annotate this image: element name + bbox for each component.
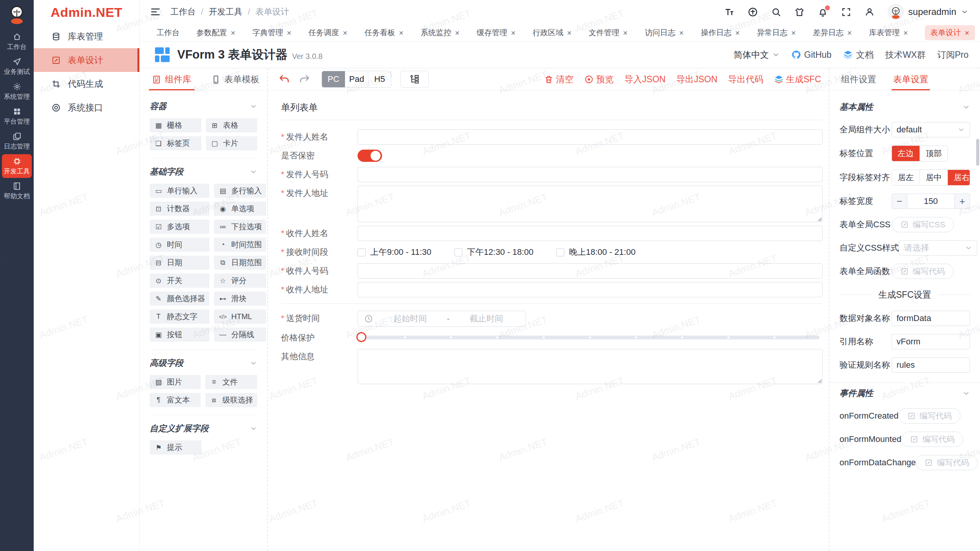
widget-item-html[interactable]: HTML bbox=[214, 310, 266, 324]
field-receive-period[interactable]: 接收时间段 上午9:00 - 11:30 下午12:30 - 18:00 晚上1… bbox=[281, 245, 823, 260]
tab-workbench[interactable]: 工作台 bbox=[157, 28, 180, 38]
tab-cache-manage[interactable]: 缓存管理 bbox=[477, 28, 516, 38]
close-icon[interactable] bbox=[847, 28, 852, 37]
price-slider[interactable] bbox=[358, 336, 820, 339]
field-confidential[interactable]: 是否保密 bbox=[281, 148, 823, 163]
close-icon[interactable] bbox=[286, 28, 291, 37]
chevron-down-icon[interactable] bbox=[250, 103, 257, 110]
field-receiver-name[interactable]: 收件人姓名 bbox=[281, 226, 823, 241]
user-icon[interactable] bbox=[864, 7, 875, 17]
widget-item-date[interactable]: 日期 bbox=[150, 256, 209, 270]
tab-task-board[interactable]: 任务看板 bbox=[364, 28, 403, 38]
rail-item-workbench[interactable]: 工作台 bbox=[2, 30, 32, 54]
generate-sfc-button[interactable]: 生成SFC bbox=[774, 73, 821, 85]
widget-item-date-range[interactable]: 日期范围 bbox=[214, 256, 266, 270]
data-object-input[interactable] bbox=[892, 311, 970, 326]
align-center-button[interactable]: 居中 bbox=[920, 170, 947, 185]
close-icon[interactable] bbox=[567, 28, 572, 37]
widget-item-card[interactable]: 卡片 bbox=[206, 136, 258, 150]
docs-link[interactable]: 文档 bbox=[843, 49, 874, 61]
field-sender-name[interactable]: 发件人姓名 bbox=[281, 129, 823, 145]
undo-icon[interactable] bbox=[279, 73, 290, 85]
collapse-menu-icon[interactable] bbox=[150, 6, 161, 18]
checkbox-morning[interactable]: 上午9:00 - 11:30 bbox=[358, 246, 431, 258]
widget-item-time[interactable]: 时间 bbox=[150, 238, 209, 252]
close-icon[interactable] bbox=[230, 28, 235, 37]
export-json-button[interactable]: 导出JSON bbox=[676, 73, 717, 85]
tab-task-schedule[interactable]: 任务调度 bbox=[309, 28, 348, 38]
custom-css-select[interactable]: 请选择 bbox=[899, 240, 977, 256]
fullscreen-icon[interactable] bbox=[841, 7, 851, 17]
subscribe-pro-link[interactable]: 订阅Pro bbox=[937, 49, 969, 61]
redo-icon[interactable] bbox=[299, 73, 310, 85]
increase-button[interactable]: + bbox=[954, 194, 970, 209]
write-code-button[interactable]: 编写代码 bbox=[892, 264, 954, 279]
device-pc-button[interactable]: PC bbox=[322, 71, 345, 87]
widget-item-select[interactable]: 下拉选项 bbox=[214, 220, 266, 234]
tab-param-config[interactable]: 参数配置 bbox=[196, 28, 235, 38]
rules-name-input[interactable] bbox=[892, 357, 970, 373]
widget-item-grid[interactable]: 栅格 bbox=[150, 118, 201, 132]
widget-item-radio[interactable]: 单选项 bbox=[214, 202, 266, 216]
preview-button[interactable]: 预览 bbox=[584, 73, 614, 85]
time-range-picker[interactable]: 起始时间 - 截止时间 bbox=[358, 311, 526, 327]
checkbox-afternoon[interactable]: 下午12:30 - 18:00 bbox=[454, 246, 534, 258]
decrease-button[interactable]: − bbox=[892, 194, 907, 209]
field-other-info[interactable]: 其他信息 bbox=[281, 349, 823, 384]
rail-item-log-manage[interactable]: 日志管理 bbox=[2, 129, 32, 153]
close-icon[interactable] bbox=[735, 28, 740, 37]
write-code-button[interactable]: 编写代码 bbox=[901, 432, 963, 447]
tab-form-settings[interactable]: 表单设置 bbox=[893, 68, 928, 90]
search-icon[interactable] bbox=[771, 7, 781, 17]
rail-item-business-test[interactable]: 业务测试 bbox=[2, 55, 32, 78]
scrollbar-thumb[interactable] bbox=[976, 139, 979, 166]
form-canvas[interactable]: 单列表单 发件人姓名 是否保密 发件人号码 bbox=[268, 91, 829, 551]
language-select[interactable]: 简体中文 bbox=[734, 49, 780, 61]
tab-form-templates[interactable]: 表单模板 bbox=[204, 68, 268, 90]
sidebar-item-form-design[interactable]: 表单设计 bbox=[34, 48, 139, 72]
widget-item-slider[interactable]: 滑块 bbox=[214, 292, 266, 306]
slider-handle[interactable] bbox=[356, 332, 366, 342]
tab-op-log[interactable]: 操作日志 bbox=[701, 28, 740, 38]
field-sender-address[interactable]: 发件人地址 bbox=[281, 186, 823, 222]
close-icon[interactable] bbox=[343, 28, 348, 37]
device-h5-button[interactable]: H5 bbox=[368, 71, 391, 87]
tab-file-manage[interactable]: 文件管理 bbox=[589, 28, 628, 38]
tab-widget-settings[interactable]: 组件设置 bbox=[841, 68, 876, 90]
widget-item-static-text[interactable]: 静态文字 bbox=[150, 310, 209, 324]
tab-visit-log[interactable]: 访问日志 bbox=[645, 28, 684, 38]
widget-item-number[interactable]: 计数器 bbox=[150, 202, 209, 216]
wx-group-link[interactable]: 技术WX群 bbox=[885, 49, 926, 61]
text-input[interactable] bbox=[358, 263, 823, 279]
close-icon[interactable] bbox=[679, 28, 684, 37]
tab-exception-log[interactable]: 异常日志 bbox=[757, 28, 796, 38]
widget-item-input[interactable]: 单行输入 bbox=[150, 184, 209, 198]
rail-item-dev-tools[interactable]: 开发工具 bbox=[2, 154, 32, 178]
close-icon[interactable] bbox=[455, 28, 460, 37]
tab-dict-manage[interactable]: 字典管理 bbox=[252, 28, 291, 38]
ref-name-input[interactable] bbox=[892, 334, 970, 349]
chevron-down-icon[interactable] bbox=[962, 103, 970, 111]
language-icon[interactable] bbox=[748, 7, 758, 17]
widget-item-textarea[interactable]: 多行输入 bbox=[214, 184, 266, 198]
tab-widget-library[interactable]: 组件库 bbox=[140, 68, 204, 90]
sidebar-item-code-gen[interactable]: 代码生成 bbox=[34, 72, 139, 96]
node-tree-button[interactable] bbox=[400, 71, 429, 88]
rail-item-platform-manage[interactable]: 平台管理 bbox=[2, 104, 32, 128]
clear-button[interactable]: 清空 bbox=[544, 73, 573, 85]
textarea-input[interactable] bbox=[358, 186, 823, 222]
chevron-down-icon[interactable] bbox=[250, 425, 257, 432]
github-link[interactable]: GitHub bbox=[791, 50, 832, 60]
close-icon[interactable] bbox=[791, 28, 796, 37]
widget-item-rate[interactable]: 评分 bbox=[214, 274, 266, 288]
align-left-button[interactable]: 居左 bbox=[892, 170, 920, 185]
widget-item-time-range[interactable]: 时间范围 bbox=[214, 238, 266, 252]
theme-icon[interactable] bbox=[794, 7, 805, 17]
tab-db-table-manage[interactable]: 库表管理 bbox=[869, 28, 908, 38]
tab-sys-monitor[interactable]: 系统监控 bbox=[421, 28, 460, 38]
write-code-button[interactable]: 编写代码 bbox=[898, 408, 960, 424]
widget-item-cascader[interactable]: 级联选择 bbox=[205, 393, 257, 407]
breadcrumb-item[interactable]: 工作台 bbox=[170, 6, 196, 18]
widget-item-button[interactable]: 按钮 bbox=[150, 328, 209, 342]
write-code-button[interactable]: 编写代码 bbox=[916, 455, 978, 470]
